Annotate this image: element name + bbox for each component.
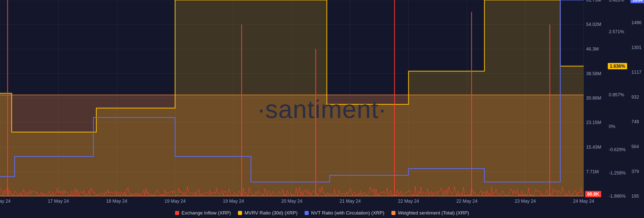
y2-axis-tick: -0.629%	[609, 147, 626, 152]
y2-axis-tick: -1.258%	[609, 170, 626, 176]
legend-swatch	[238, 211, 242, 215]
y3-axis-tick: 564	[631, 144, 639, 149]
legend: Exchange Inflow (XRP)MVRV Ratio (30d) (X…	[0, 208, 644, 218]
y3-axis-tick: 932	[631, 94, 639, 100]
y1-axis-tick: 30.86M	[586, 96, 601, 101]
y3-axis-tick: 1486	[631, 20, 641, 25]
y2-axis-tick: -1.886%	[609, 194, 626, 199]
x-axis-tick: 22 May 24	[398, 199, 419, 204]
x-axis-tick: 18 May 24	[106, 199, 127, 204]
y1-axis-tick: 54.02M	[586, 22, 601, 27]
y3-axis-tick: 1117	[631, 70, 641, 75]
legend-label: Exchange Inflow (XRP)	[182, 210, 231, 216]
x-axis-tick: 19 May 24	[165, 199, 186, 204]
y1-axis-tick: 38.58M	[586, 71, 601, 76]
x-axis-tick: 23 May 24	[515, 199, 536, 204]
y2-axis-tick: 2.571%	[609, 29, 624, 34]
x-axis-tick: 21 May 24	[340, 199, 361, 204]
y1-axis-tick: 61.73M	[586, 0, 601, 3]
current-value-badge: 1.636%	[608, 63, 627, 69]
y2-axis-tick: 0%	[609, 124, 615, 129]
x-axis-tick: 20 May 24	[281, 199, 302, 204]
legend-label: Weighted sentiment (Total) (XRP)	[398, 210, 469, 216]
x-axis-tick: 17 May 24	[48, 199, 69, 204]
legend-label: NVT Ratio (with Circulation) (XRP)	[311, 210, 384, 216]
y1-axis-tick: 46.3M	[586, 46, 599, 52]
legend-swatch	[391, 211, 395, 215]
legend-item[interactable]: MVRV Ratio (30d) (XRP)	[238, 210, 298, 216]
y3-axis-tick: 748	[631, 119, 639, 124]
y1-axis-tick: 23.15M	[586, 120, 601, 125]
y1-axis-tick: 7.71M	[586, 169, 599, 174]
y3-axis-tick: 195	[631, 194, 639, 199]
y2-axis-tick: 3.428%	[609, 0, 624, 3]
legend-item[interactable]: Weighted sentiment (Total) (XRP)	[391, 210, 469, 216]
y3-axis-tick: 1301	[631, 45, 641, 50]
legend-swatch	[175, 211, 179, 215]
chart-plot[interactable]	[0, 0, 644, 209]
legend-label: MVRV Ratio (30d) (XRP)	[245, 210, 298, 216]
y1-axis-tick: 15.43M	[586, 145, 601, 150]
x-axis-tick: 19 May 24	[223, 199, 244, 204]
x-axis-tick: 16 May 24	[0, 199, 11, 204]
x-axis-tick: 24 May 24	[573, 199, 594, 204]
current-value-badge: 80.8K	[585, 191, 601, 197]
chart-container: ·santiment· 16 May 2417 May 2418 May 241…	[0, 0, 644, 218]
x-axis-tick: 22 May 24	[456, 199, 477, 204]
y3-axis-tick: 379	[631, 169, 639, 174]
y2-axis-tick: 0.857%	[609, 92, 624, 98]
legend-item[interactable]: Exchange Inflow (XRP)	[175, 210, 231, 216]
legend-item[interactable]: NVT Ratio (with Circulation) (XRP)	[305, 210, 384, 216]
legend-swatch	[305, 211, 309, 215]
current-value-badge: 1654	[630, 0, 644, 3]
